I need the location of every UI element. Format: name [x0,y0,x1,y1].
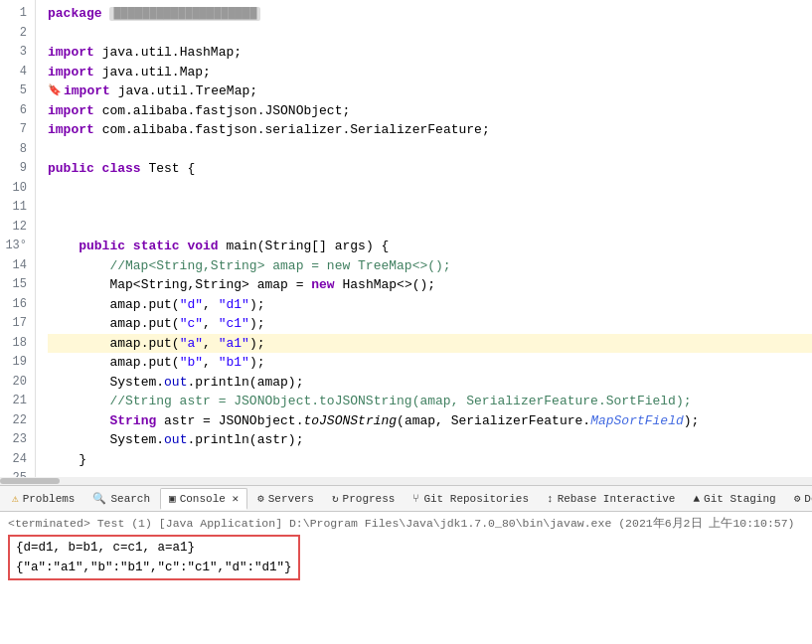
output-line2: {"a":"a1","b":"b1","c":"c1","d":"d1"} [16,558,292,577]
code-line: amap.put("d", "d1"); [48,295,812,315]
code-line: 🔖 import java.util.TreeMap; [48,81,812,101]
tab-debug[interactable]: ⚙ Debug [786,488,812,510]
servers-icon: ⚙ [257,492,264,505]
problems-icon: ⚠ [12,492,19,505]
code-line: //Map<String,String> amap = new TreeMap<… [48,256,812,276]
rebase-icon: ↕ [547,493,554,505]
editor-area: 1 2 3 4 5 6 7 8 9 10 11 12 13° 14 15 16 … [0,0,812,485]
code-line: import java.util.HashMap; [48,43,812,63]
code-line [48,469,812,477]
code-line [48,179,812,199]
search-label: Search [110,493,150,505]
progress-icon: ↻ [332,492,339,505]
code-line [48,218,812,238]
line-numbers: 1 2 3 4 5 6 7 8 9 10 11 12 13° 14 15 16 … [0,0,36,477]
tab-servers[interactable]: ⚙ Servers [249,488,322,510]
progress-label: Progress [343,493,396,505]
code-line: System.out.println(astr); [48,430,812,450]
code-line: amap.put("a", "a1"); [48,334,812,354]
code-line: package ████████████████████ [48,4,812,24]
code-line: //String astr = JSONObject.toJSONString(… [48,392,812,411]
code-line: import com.alibaba.fastjson.serializer.S… [48,120,812,140]
code-line: public class Test { [48,159,812,179]
tab-progress[interactable]: ↻ Progress [324,488,403,510]
servers-label: Servers [268,493,314,505]
code-line: import java.util.Map; [48,63,812,82]
tab-git-repos[interactable]: ⑂ Git Repositories [405,488,537,510]
code-line: } [48,450,812,470]
output-box: {d=d1, b=b1, c=c1, a=a1} {"a":"a1","b":"… [8,535,300,580]
problems-label: Problems [23,493,76,505]
debug-label: Debug [804,493,812,505]
console-label: Console ✕ [180,492,239,505]
code-editor[interactable]: package ████████████████████ import java… [36,0,812,477]
code-line: amap.put("c", "c1"); [48,314,812,334]
code-line: import com.alibaba.fastjson.JSONObject; [48,101,812,121]
output-line1: {d=d1, b=b1, c=c1, a=a1} [16,538,292,558]
code-line: Map<String,String> amap = new HashMap<>(… [48,275,812,295]
tab-search[interactable]: 🔍 Search [84,488,158,510]
code-line: amap.put("b", "b1"); [48,353,812,373]
code-line [48,24,812,44]
tab-problems[interactable]: ⚠ Problems [4,488,82,510]
code-line: String astr = JSONObject.toJSONString(am… [48,411,812,431]
tab-rebase[interactable]: ↕ Rebase Interactive [539,488,683,510]
tab-git-staging[interactable]: ▲ Git Staging [685,488,783,510]
code-line [48,198,812,218]
debug-icon: ⚙ [794,492,801,505]
console-icon: ▣ [169,492,176,505]
git-staging-label: Git Staging [704,493,776,505]
git-repos-icon: ⑂ [412,493,419,505]
code-line: public static void main(String[] args) { [48,237,812,256]
rebase-label: Rebase Interactive [558,493,676,505]
bottom-panel: ⚠ Problems 🔍 Search ▣ Console ✕ ⚙ Server… [0,485,812,644]
code-container: 1 2 3 4 5 6 7 8 9 10 11 12 13° 14 15 16 … [0,0,812,477]
terminated-line: <terminated> Test (1) [Java Application]… [8,516,804,531]
console-output: <terminated> Test (1) [Java Application]… [0,512,812,644]
code-line [48,140,812,160]
code-line: System.out.println(amap); [48,373,812,393]
search-icon: 🔍 [92,492,106,505]
bookmark-icon: 🔖 [48,81,62,101]
git-repos-label: Git Repositories [423,493,529,505]
tabs-bar: ⚠ Problems 🔍 Search ▣ Console ✕ ⚙ Server… [0,486,812,512]
scrollbar-thumb[interactable] [0,478,60,484]
horizontal-scrollbar[interactable] [0,477,812,485]
git-staging-icon: ▲ [693,493,700,505]
tab-console[interactable]: ▣ Console ✕ [160,488,247,510]
